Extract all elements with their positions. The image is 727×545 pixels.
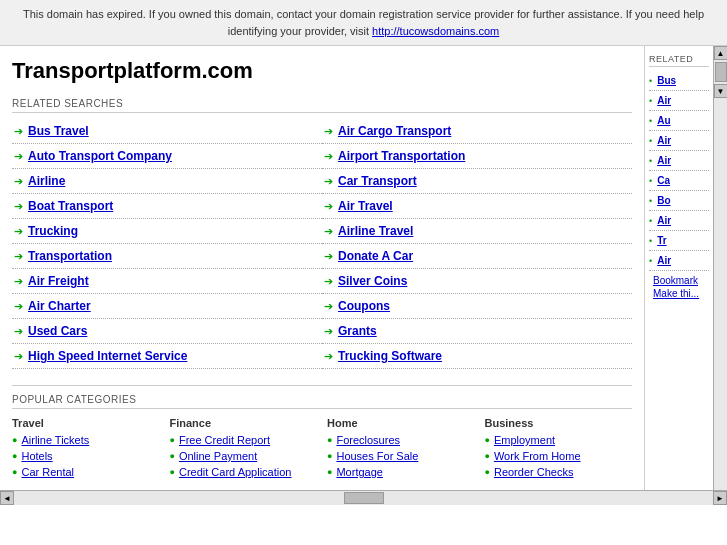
list-item: ➔Trucking Software xyxy=(322,344,632,369)
arrow-icon: • xyxy=(649,116,652,126)
category-column: Finance●Free Credit Report●Online Paymen… xyxy=(170,417,318,482)
banner-link[interactable]: http://tucowsdomains.com xyxy=(372,25,499,37)
search-link[interactable]: Silver Coins xyxy=(338,274,407,288)
search-link[interactable]: High Speed Internet Service xyxy=(28,349,187,363)
category-link[interactable]: Mortgage xyxy=(336,466,382,478)
search-link[interactable]: Coupons xyxy=(338,299,390,313)
scrollbar[interactable]: ▲ ▼ xyxy=(713,46,727,490)
scroll-left-button[interactable]: ◄ xyxy=(0,491,14,505)
search-link[interactable]: Air Freight xyxy=(28,274,89,288)
list-item: ➔Air Freight xyxy=(12,269,322,294)
list-item: ●Car Rental xyxy=(12,466,160,478)
popular-categories-header: POPULAR CATEGORIES xyxy=(12,394,632,409)
search-link[interactable]: Used Cars xyxy=(28,324,87,338)
sidebar-search-link[interactable]: Ca xyxy=(657,175,670,186)
category-link[interactable]: Employment xyxy=(494,434,555,446)
category-column: Home●Foreclosures●Houses For Sale●Mortga… xyxy=(327,417,475,482)
list-item: ●Mortgage xyxy=(327,466,475,478)
related-searches-section: RELATED SEARCHES ➔Bus Travel➔Auto Transp… xyxy=(12,98,632,369)
bullet-icon: ● xyxy=(12,451,17,461)
horizontal-scrollbar[interactable]: ◄ ► xyxy=(0,490,727,505)
category-link[interactable]: Houses For Sale xyxy=(336,450,418,462)
list-item: ➔Used Cars xyxy=(12,319,322,344)
list-item: •Air xyxy=(649,91,709,111)
arrow-icon: ➔ xyxy=(14,200,23,213)
category-link[interactable]: Work From Home xyxy=(494,450,581,462)
list-item: ●Online Payment xyxy=(170,450,318,462)
right-sidebar-items: •Bus•Air•Au•Air•Air•Ca•Bo•Air•Tr•Air xyxy=(649,71,709,271)
right-sidebar-inner: RELATED •Bus•Air•Au•Air•Air•Ca•Bo•Air•Tr… xyxy=(649,54,709,305)
sidebar-search-link[interactable]: Air xyxy=(657,135,671,146)
list-item: ➔Air Cargo Transport xyxy=(322,119,632,144)
category-link[interactable]: Airline Tickets xyxy=(21,434,89,446)
search-link[interactable]: Air Charter xyxy=(28,299,91,313)
list-item: •Air xyxy=(649,131,709,151)
sidebar-search-link[interactable]: Bus xyxy=(657,75,676,86)
sidebar-search-link[interactable]: Air xyxy=(657,215,671,226)
scroll-right-button[interactable]: ► xyxy=(713,491,727,505)
bullet-icon: ● xyxy=(485,451,490,461)
category-link[interactable]: Hotels xyxy=(21,450,52,462)
search-link[interactable]: Air Travel xyxy=(338,199,393,213)
sidebar-search-link[interactable]: Air xyxy=(657,255,671,266)
arrow-icon: ➔ xyxy=(14,125,23,138)
list-item: ➔Transportation xyxy=(12,244,322,269)
search-link[interactable]: Boat Transport xyxy=(28,199,113,213)
category-link[interactable]: Credit Card Application xyxy=(179,466,292,478)
search-link[interactable]: Airline xyxy=(28,174,65,188)
search-link[interactable]: Trucking Software xyxy=(338,349,442,363)
search-link[interactable]: Bus Travel xyxy=(28,124,89,138)
scroll-up-button[interactable]: ▲ xyxy=(714,46,728,60)
scroll-down-button[interactable]: ▼ xyxy=(714,84,728,98)
list-item: ➔Air Travel xyxy=(322,194,632,219)
arrow-icon: ➔ xyxy=(14,300,23,313)
arrow-icon: • xyxy=(649,76,652,86)
list-item: ➔Boat Transport xyxy=(12,194,322,219)
list-item: ●Credit Card Application xyxy=(170,466,318,478)
list-item: •Bus xyxy=(649,71,709,91)
list-item: ●Reorder Checks xyxy=(485,466,633,478)
category-link[interactable]: Reorder Checks xyxy=(494,466,573,478)
arrow-icon: • xyxy=(649,156,652,166)
sidebar-search-link[interactable]: Tr xyxy=(657,235,666,246)
list-item: ➔Airport Transportation xyxy=(322,144,632,169)
horizontal-thumb[interactable] xyxy=(344,492,384,504)
make-this-text[interactable]: Make thi... xyxy=(653,288,705,299)
category-title: Business xyxy=(485,417,633,429)
list-item: ➔Silver Coins xyxy=(322,269,632,294)
list-item: ➔Grants xyxy=(322,319,632,344)
search-link[interactable]: Donate A Car xyxy=(338,249,413,263)
list-item: •Air xyxy=(649,151,709,171)
sidebar-search-link[interactable]: Air xyxy=(657,95,671,106)
bullet-icon: ● xyxy=(170,451,175,461)
search-link[interactable]: Trucking xyxy=(28,224,78,238)
bookmark-text[interactable]: Bookmark xyxy=(653,275,705,286)
search-link[interactable]: Airport Transportation xyxy=(338,149,465,163)
list-item: ●Houses For Sale xyxy=(327,450,475,462)
category-title: Travel xyxy=(12,417,160,429)
arrow-icon: ➔ xyxy=(324,200,333,213)
search-link[interactable]: Car Transport xyxy=(338,174,417,188)
search-link[interactable]: Transportation xyxy=(28,249,112,263)
bullet-icon: ● xyxy=(485,467,490,477)
sidebar-search-link[interactable]: Air xyxy=(657,155,671,166)
category-column: Travel●Airline Tickets●Hotels●Car Rental xyxy=(12,417,160,482)
category-link[interactable]: Online Payment xyxy=(179,450,257,462)
list-item: ●Foreclosures xyxy=(327,434,475,446)
list-item: •Bo xyxy=(649,191,709,211)
category-link[interactable]: Free Credit Report xyxy=(179,434,270,446)
search-link[interactable]: Auto Transport Company xyxy=(28,149,172,163)
category-link[interactable]: Car Rental xyxy=(21,466,74,478)
content-area: Transportplatform.com RELATED SEARCHES ➔… xyxy=(0,46,645,490)
list-item: ➔Airline Travel xyxy=(322,219,632,244)
list-item: ●Hotels xyxy=(12,450,160,462)
scrollbar-thumb[interactable] xyxy=(715,62,727,82)
sidebar-search-link[interactable]: Au xyxy=(657,115,670,126)
search-link[interactable]: Airline Travel xyxy=(338,224,413,238)
sidebar-search-link[interactable]: Bo xyxy=(657,195,670,206)
search-link[interactable]: Air Cargo Transport xyxy=(338,124,451,138)
search-column-right: ➔Air Cargo Transport➔Airport Transportat… xyxy=(322,119,632,369)
category-link[interactable]: Foreclosures xyxy=(336,434,400,446)
arrow-icon: ➔ xyxy=(324,275,333,288)
search-link[interactable]: Grants xyxy=(338,324,377,338)
